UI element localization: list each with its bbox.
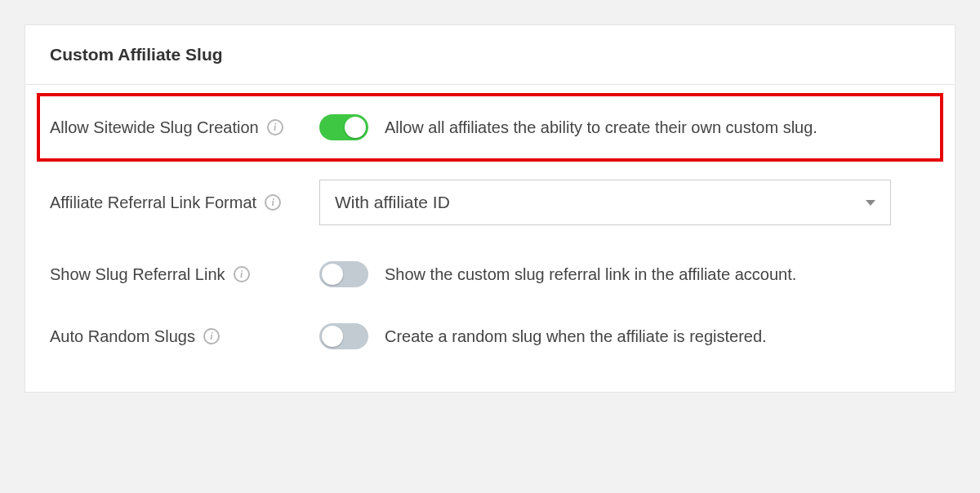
info-icon[interactable]: i xyxy=(267,119,283,135)
label-col: Show Slug Referral Link i xyxy=(50,265,319,284)
row-allow-sitewide-slug: Allow Sitewide Slug Creation i Allow all… xyxy=(37,93,943,162)
panel-title: Custom Affiliate Slug xyxy=(50,45,930,64)
auto-random-label: Auto Random Slugs xyxy=(50,327,195,346)
chevron-down-icon xyxy=(866,200,875,206)
toggle-knob xyxy=(322,264,343,285)
row-auto-random-slugs: Auto Random Slugs i Create a random slug… xyxy=(50,305,930,367)
allow-sitewide-description: Allow all affiliates the ability to crea… xyxy=(385,118,817,137)
toggle-knob xyxy=(322,326,343,347)
control-col xyxy=(319,323,368,349)
control-col xyxy=(319,114,368,140)
allow-sitewide-toggle[interactable] xyxy=(319,114,368,140)
auto-random-toggle[interactable] xyxy=(319,323,368,349)
label-col: Auto Random Slugs i xyxy=(50,327,319,346)
info-icon[interactable]: i xyxy=(203,328,220,344)
control-col xyxy=(319,261,368,287)
auto-random-description: Create a random slug when the affiliate … xyxy=(385,327,767,346)
panel-header: Custom Affiliate Slug xyxy=(25,25,955,85)
row-link-format: Affiliate Referral Link Format i With af… xyxy=(50,162,930,243)
custom-affiliate-slug-panel: Custom Affiliate Slug Allow Sitewide Slu… xyxy=(24,24,956,393)
info-icon[interactable]: i xyxy=(265,194,281,211)
show-slug-description: Show the custom slug referral link in th… xyxy=(385,265,796,284)
show-slug-label: Show Slug Referral Link xyxy=(50,265,225,284)
panel-body: Allow Sitewide Slug Creation i Allow all… xyxy=(25,85,955,392)
label-col: Affiliate Referral Link Format i xyxy=(50,193,319,212)
link-format-label: Affiliate Referral Link Format xyxy=(50,193,256,212)
label-col: Allow Sitewide Slug Creation i xyxy=(50,118,319,137)
toggle-knob xyxy=(345,117,366,138)
link-format-selected-value: With affiliate ID xyxy=(335,193,450,212)
row-show-slug-link: Show Slug Referral Link i Show the custo… xyxy=(50,243,930,305)
link-format-select[interactable]: With affiliate ID xyxy=(319,180,891,225)
info-icon[interactable]: i xyxy=(234,266,250,282)
link-format-select-wrap: With affiliate ID xyxy=(319,180,891,225)
allow-sitewide-label: Allow Sitewide Slug Creation xyxy=(50,118,259,137)
show-slug-toggle[interactable] xyxy=(319,261,368,287)
